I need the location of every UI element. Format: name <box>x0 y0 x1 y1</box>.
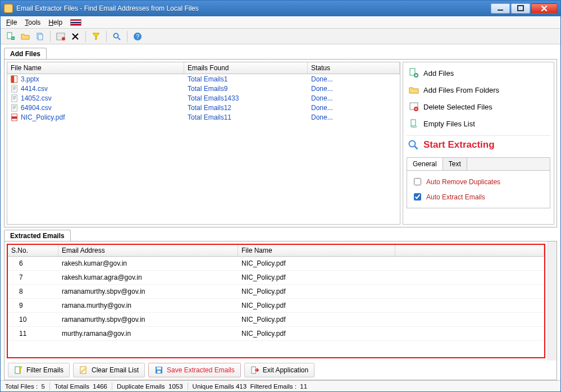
auto-remove-dup-label: Auto Remove Duplicates <box>426 178 500 186</box>
side-actions: Add Files Add Files From Folders Delete … <box>403 62 554 225</box>
tb-copy[interactable] <box>34 31 45 42</box>
minimize-icon <box>496 4 505 13</box>
tb-add-files[interactable] <box>5 31 16 42</box>
app-icon <box>4 4 13 13</box>
extracted-grid-body[interactable]: 6rakesh.kumar@gov.inNIC_Policy.pdf7rakes… <box>8 257 544 357</box>
scrollbar[interactable] <box>548 241 557 361</box>
add-files-section: Add Files File Name Emails Found Status … <box>4 48 557 227</box>
files-grid-header: File Name Emails Found Status <box>7 62 400 74</box>
status-dup-label: Duplicate Emails <box>117 383 165 390</box>
opt-auto-remove-duplicates[interactable]: Auto Remove Duplicates <box>411 174 546 189</box>
search-icon <box>408 139 419 151</box>
add-files-icon <box>409 68 419 78</box>
tab-extracted-emails[interactable]: Extracted Emails <box>4 230 71 241</box>
app-window: Email Extractor Files - Find Email Addre… <box>0 0 561 392</box>
status-total-files: 5 <box>42 383 45 390</box>
status-total-files-label: Total Files : <box>5 383 38 390</box>
menubar: File Tools Help <box>1 16 560 29</box>
client-area: Add Files File Name Emails Found Status … <box>1 44 560 380</box>
maximize-button[interactable] <box>511 3 530 13</box>
side-add-files-label: Add Files <box>423 69 454 78</box>
menu-help[interactable]: Help <box>48 19 62 26</box>
add-files-panel: File Name Emails Found Status 3.pptxTota… <box>4 59 557 227</box>
auto-remove-dup-checkbox[interactable] <box>414 178 421 185</box>
options-panel: General Text Auto Remove Duplicates Auto… <box>407 157 550 208</box>
extracted-row[interactable]: 10ramanamurthy.sbpv@gov.inNIC_Policy.pdf <box>8 313 544 327</box>
svg-rect-12 <box>11 75 14 82</box>
auto-extract-checkbox[interactable] <box>414 193 421 200</box>
exit-application-button[interactable]: Exit Application <box>244 363 314 377</box>
subtab-general[interactable]: General <box>407 157 443 170</box>
col-status[interactable]: Status <box>308 62 400 74</box>
side-empty-list[interactable]: Empty Files List <box>407 116 550 131</box>
status-filtered-label: Filtered Emails : <box>250 383 297 390</box>
svg-rect-0 <box>498 10 503 11</box>
file-row[interactable]: 64904.csvTotal Emails12Done... <box>7 103 400 112</box>
add-files-icon <box>6 32 15 41</box>
exit-label: Exit Application <box>263 366 308 374</box>
svg-rect-1 <box>518 6 523 11</box>
extracted-section: Extracted Emails S.No. Email Address Fil… <box>4 230 557 380</box>
extracted-row[interactable]: 7rakesh.kumar.agra@gov.inNIC_Policy.pdf <box>8 271 544 285</box>
extracted-grid: S.No. Email Address File Name 6rakesh.ku… <box>7 244 545 358</box>
file-row[interactable]: 14052.csvTotal Emails1433Done... <box>7 93 400 103</box>
tb-help[interactable]: ? <box>132 31 143 42</box>
side-add-folders-label: Add Files From Folders <box>423 86 499 94</box>
filter-emails-button[interactable]: Filter Emails <box>8 363 70 377</box>
close-button[interactable] <box>531 3 557 13</box>
side-empty-label: Empty Files List <box>423 120 475 128</box>
menu-file[interactable]: File <box>6 19 17 26</box>
help-icon: ? <box>133 32 142 41</box>
start-extracting-label: Start Extracting <box>423 139 495 151</box>
opt-auto-extract-emails[interactable]: Auto Extract Emails <box>411 189 546 204</box>
save-icon <box>154 366 163 375</box>
svg-rect-17 <box>12 116 17 118</box>
side-delete-label: Delete Selected Files <box>423 103 492 111</box>
col-file-name[interactable]: File Name <box>7 62 184 74</box>
col-sno[interactable]: S.No. <box>8 245 58 256</box>
toolbar-sep-4 <box>127 31 127 42</box>
bottom-button-bar: Filter Emails Clear Email List Save Extr… <box>4 361 557 380</box>
col-file[interactable]: File Name <box>238 245 395 256</box>
folder-icon <box>409 85 419 95</box>
tb-add-folder[interactable] <box>20 31 31 42</box>
copy-icon <box>35 32 44 41</box>
tb-delete[interactable] <box>70 31 81 42</box>
tab-add-files[interactable]: Add Files <box>4 48 47 60</box>
status-unique-label: Unique Emails <box>193 383 234 390</box>
svg-rect-2 <box>7 33 12 39</box>
svg-point-8 <box>114 33 118 38</box>
extracted-row[interactable]: 6rakesh.kumar@gov.inNIC_Policy.pdf <box>8 257 544 271</box>
menu-tools[interactable]: Tools <box>25 19 40 26</box>
side-add-folders[interactable]: Add Files From Folders <box>407 83 550 97</box>
col-email[interactable]: Email Address <box>58 245 238 256</box>
file-row[interactable]: NIC_Policy.pdfTotal Emails11Done... <box>7 112 400 122</box>
side-add-files[interactable]: Add Files <box>407 66 550 80</box>
svg-point-7 <box>62 37 65 40</box>
extracted-row[interactable]: 11murthy.ramana@gov.inNIC_Policy.pdf <box>8 327 544 341</box>
subtab-text[interactable]: Text <box>443 157 467 170</box>
file-row[interactable]: 4414.csvTotal Emails9Done... <box>7 84 400 93</box>
toolbar-sep <box>50 31 51 42</box>
files-grid-body[interactable]: 3.pptxTotal Emails1Done...4414.csvTotal … <box>7 74 400 224</box>
col-emails-found[interactable]: Emails Found <box>184 62 308 74</box>
side-delete-selected[interactable]: Delete Selected Files <box>407 99 550 114</box>
delete-files-icon <box>409 102 419 112</box>
extracted-row[interactable]: 9ramana.murthy@gov.inNIC_Policy.pdf <box>8 299 544 313</box>
tb-list[interactable] <box>55 31 66 42</box>
language-flag-icon[interactable] <box>70 19 81 26</box>
files-grid: File Name Emails Found Status 3.pptxTota… <box>7 62 400 225</box>
minimize-button[interactable] <box>491 3 510 13</box>
empty-list-icon <box>409 118 419 129</box>
svg-rect-5 <box>38 34 43 40</box>
file-row[interactable]: 3.pptxTotal Emails1Done... <box>7 74 400 84</box>
tb-search[interactable] <box>111 31 122 42</box>
svg-text:?: ? <box>136 33 139 40</box>
side-start-extracting[interactable]: Start Extracting <box>407 135 550 152</box>
filter-label: Filter Emails <box>26 366 63 374</box>
save-extracted-emails-button[interactable]: Save Extracted Emails <box>148 363 241 377</box>
status-total-emails-label: Total Emails <box>54 383 89 390</box>
clear-email-list-button[interactable]: Clear Email List <box>73 363 145 377</box>
tb-filter[interactable] <box>90 31 102 42</box>
extracted-row[interactable]: 8ramanamurthy.sbpv@gov.inNIC_Policy.pdf <box>8 285 544 299</box>
